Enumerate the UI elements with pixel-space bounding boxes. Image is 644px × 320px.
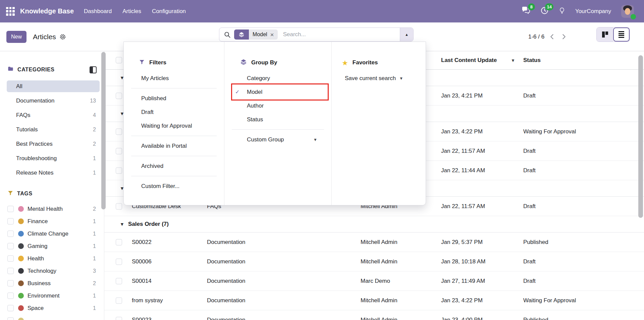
column-last-content-update[interactable]: Last Content Update (441, 57, 497, 64)
table-group-row[interactable]: ▼Sales Order (7) (104, 216, 644, 233)
pager-previous-button[interactable] (549, 33, 556, 40)
main-scrollbar[interactable] (638, 55, 643, 218)
tag-checkbox[interactable] (7, 293, 14, 299)
row-checkbox[interactable] (116, 167, 122, 174)
tag-checkbox[interactable] (7, 280, 14, 286)
custom-group-label: Custom Group (247, 136, 284, 143)
nav-menu-articles[interactable]: Articles (122, 8, 141, 15)
tags-header: TAGS (0, 189, 104, 199)
group-by-item-model[interactable]: ✓Model (224, 85, 331, 99)
facet-remove-icon[interactable]: × (270, 31, 274, 38)
nav-menu-dashboard[interactable]: Dashboard (84, 8, 112, 15)
nav-menu-configuration[interactable]: Configuration (152, 8, 186, 15)
table-row[interactable]: from systrayDocumentationMitchell AdminJ… (104, 291, 644, 310)
search-options-toggle[interactable]: ▲ (400, 28, 413, 41)
group-by-item-status[interactable]: Status (224, 113, 331, 126)
row-checkbox[interactable] (116, 148, 122, 154)
tips-button[interactable] (559, 7, 565, 15)
tag-label: Environment (28, 293, 59, 299)
tag-checkbox[interactable] (7, 206, 14, 212)
search-input[interactable]: Model × Search... ▲ (219, 27, 414, 42)
sort-caret-icon[interactable]: ▼ (511, 58, 515, 63)
filter-funnel-icon (139, 59, 145, 67)
tag-item-item[interactable] (0, 314, 104, 320)
tag-item-health[interactable]: Health1 (0, 252, 104, 265)
apps-grid-icon[interactable] (6, 7, 15, 16)
filter-item-published[interactable]: Published (124, 91, 224, 105)
tag-item-climate-change[interactable]: Climate Change1 (0, 228, 104, 240)
folder-icon (7, 66, 14, 74)
tag-item-finance[interactable]: Finance1 (0, 215, 104, 228)
filter-item-draft[interactable]: Draft (124, 105, 224, 119)
row-checkbox[interactable] (116, 297, 122, 304)
unknown-icon (18, 318, 24, 320)
filter-item-waiting-for-approval[interactable]: Waiting for Approval (124, 119, 224, 133)
cell-status: Published (523, 317, 548, 320)
tag-item-environment[interactable]: Environment1 (0, 290, 104, 302)
save-current-search-item[interactable]: Save current search ▼ (332, 71, 426, 85)
category-item-faqs[interactable]: FAQs4 (7, 109, 100, 121)
gear-icon[interactable] (59, 34, 66, 40)
row-checkbox[interactable] (116, 128, 122, 135)
cell-status: Waiting For Approval (523, 297, 576, 304)
table-row[interactable]: S00023DocumentationMitchell AdminJan 23,… (104, 310, 644, 320)
category-label: Documentation (16, 98, 54, 104)
table-row[interactable]: S00014DocumentationMarc DemoJan 27, 11:4… (104, 271, 644, 291)
phone-icon (18, 268, 24, 274)
user-avatar[interactable] (621, 5, 634, 18)
pager-next-button[interactable] (560, 33, 567, 40)
filter-item-my-articles[interactable]: My Articles (124, 71, 224, 85)
tag-checkbox[interactable] (7, 305, 14, 311)
tag-item-gaming[interactable]: Gaming1 (0, 240, 104, 252)
table-row[interactable]: S00006DocumentationMitchell AdminJan 28,… (104, 252, 644, 271)
tag-item-technology[interactable]: Technology3 (0, 265, 104, 277)
messages-button[interactable]: 8 (521, 6, 530, 16)
category-item-troubleshooting[interactable]: Troubleshooting1 (7, 152, 100, 164)
filter-item-archived[interactable]: Archived (124, 159, 224, 173)
row-checkbox[interactable] (116, 239, 122, 245)
group-caret-icon[interactable]: ▼ (120, 221, 124, 227)
row-checkbox[interactable] (116, 92, 122, 99)
tag-checkbox[interactable] (7, 317, 14, 320)
table-row[interactable]: S00022DocumentationMitchell AdminJan 29,… (104, 233, 644, 252)
category-item-release-notes[interactable]: Release Notes1 (7, 167, 100, 179)
app-name[interactable]: Knowledge Base (20, 7, 74, 15)
cell-status: Waiting For Approval (523, 128, 576, 135)
cell-status: Published (523, 239, 548, 246)
new-button[interactable]: New (6, 31, 26, 43)
filters-column: Filters My ArticlesPublishedDraftWaiting… (124, 42, 224, 205)
category-count: 1 (93, 155, 96, 162)
filter-item-available-in-portal[interactable]: Available in Portal (124, 139, 224, 153)
tag-label: Finance (28, 218, 48, 225)
tag-item-space[interactable]: Space1 (0, 302, 104, 314)
group-by-item-author[interactable]: Author (224, 99, 331, 113)
tag-checkbox[interactable] (7, 243, 14, 249)
list-view-button[interactable] (613, 27, 630, 42)
kanban-view-button[interactable] (597, 27, 613, 42)
activities-button[interactable]: 14 (540, 6, 549, 16)
sidebar-scrollbar[interactable] (101, 52, 106, 209)
company-name[interactable]: YourCompany (575, 8, 611, 15)
tag-checkbox[interactable] (7, 218, 14, 225)
filter-item-custom-filter[interactable]: Custom Filter... (124, 179, 224, 193)
row-checkbox[interactable] (116, 317, 122, 320)
cell-status: Draft (523, 148, 536, 154)
group-by-item-category[interactable]: Category (224, 71, 331, 85)
row-checkbox[interactable] (116, 258, 122, 265)
tag-checkbox[interactable] (7, 268, 14, 274)
row-checkbox[interactable] (116, 278, 122, 284)
category-item-documentation[interactable]: Documentation13 (7, 95, 100, 107)
category-item-all[interactable]: All (7, 80, 100, 92)
select-all-checkbox[interactable] (116, 57, 122, 63)
tag-item-business[interactable]: Business2 (0, 277, 104, 290)
tag-checkbox[interactable] (7, 231, 14, 237)
category-item-tutorials[interactable]: Tutorials2 (7, 124, 100, 135)
category-item-best-practices[interactable]: Best Practices2 (7, 138, 100, 150)
tag-item-mental-health[interactable]: Mental Health2 (0, 203, 104, 215)
sidebar-toggle-icon[interactable] (90, 66, 97, 73)
row-checkbox[interactable] (116, 203, 122, 209)
custom-group-item[interactable]: Custom Group ▼ (224, 133, 331, 146)
tag-checkbox[interactable] (7, 255, 14, 262)
star-icon: ★ (342, 59, 348, 66)
column-status[interactable]: Status (523, 57, 541, 64)
